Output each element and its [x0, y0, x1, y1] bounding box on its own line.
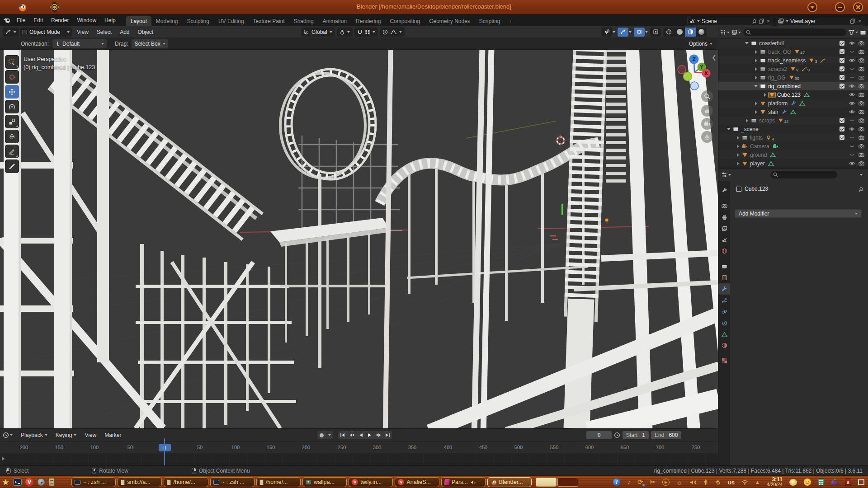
- camera-view-button[interactable]: [701, 118, 713, 130]
- tab-animation[interactable]: Animation: [318, 16, 351, 26]
- add-workspace-button[interactable]: +: [505, 16, 517, 26]
- tab-scene[interactable]: [718, 234, 730, 245]
- tab-modeling[interactable]: Modeling: [151, 16, 183, 26]
- tab-scripting[interactable]: Scripting: [475, 16, 505, 26]
- outliner-row-track-seamless[interactable]: track_seamless 3: [718, 56, 868, 65]
- usb-tray-icon[interactable]: [715, 479, 721, 485]
- clock[interactable]: 3:114/20/24: [767, 477, 783, 487]
- expand-icon[interactable]: [726, 128, 732, 130]
- jump-to-start-button[interactable]: [338, 431, 347, 439]
- tool-move[interactable]: [5, 85, 19, 99]
- playhead-line[interactable]: [164, 438, 165, 466]
- menu-star-icon[interactable]: ★: [2, 477, 9, 488]
- shading-material-button[interactable]: [685, 28, 696, 37]
- show-object-types-toggle[interactable]: [601, 28, 612, 37]
- tab-physics[interactable]: [718, 306, 730, 317]
- prev-keyframe-button[interactable]: [347, 431, 356, 439]
- frame-end-field[interactable]: End600: [651, 431, 681, 439]
- tab-object-data[interactable]: [718, 328, 730, 340]
- outliner-row-camera[interactable]: Camera: [718, 142, 868, 150]
- menu-edit[interactable]: Edit: [29, 14, 47, 26]
- smiley-tray-icon[interactable]: ☺: [804, 479, 811, 486]
- outliner-search-input[interactable]: [743, 28, 847, 37]
- workspace-2[interactable]: [557, 478, 578, 487]
- shade-window-button[interactable]: [807, 2, 817, 12]
- perspective-toggle-button[interactable]: [701, 131, 713, 143]
- tab-uv-editing[interactable]: UV Editing: [214, 16, 249, 26]
- exclude-checkbox[interactable]: [840, 135, 844, 140]
- outliner-row-coasterfull[interactable]: coasterfull: [718, 39, 868, 47]
- expand-icon[interactable]: [735, 145, 741, 148]
- close-window-button[interactable]: [853, 2, 863, 12]
- music-tray-icon[interactable]: ♪: [627, 478, 631, 486]
- timeline-track[interactable]: [0, 453, 718, 466]
- transform-orientation-dropdown[interactable]: Global: [301, 28, 335, 37]
- tab-texture[interactable]: [718, 355, 730, 366]
- next-keyframe-button[interactable]: [374, 431, 383, 439]
- tab-sculpting[interactable]: Sculpting: [183, 16, 214, 26]
- expand-icon[interactable]: [753, 59, 759, 62]
- tab-texture-paint[interactable]: Texture Paint: [249, 16, 289, 26]
- outliner-row-scene[interactable]: _scene: [718, 125, 868, 133]
- menu-view-timeline[interactable]: View: [81, 432, 100, 438]
- exclude-checkbox[interactable]: [840, 118, 844, 123]
- exclude-checkbox[interactable]: [840, 49, 844, 54]
- proportional-editing-dropdown[interactable]: [380, 28, 405, 37]
- show-overlays-toggle[interactable]: [634, 28, 645, 37]
- tab-modifiers[interactable]: [718, 283, 730, 295]
- play-tray-icon[interactable]: ▶: [662, 479, 670, 486]
- tool-select-box[interactable]: [5, 55, 19, 69]
- task-home-1[interactable]: /home/...: [164, 477, 208, 487]
- drag-dropdown[interactable]: Select Box: [132, 39, 168, 48]
- expand-icon[interactable]: [735, 162, 741, 165]
- task-smb[interactable]: smb://a...: [118, 477, 162, 487]
- expand-icon[interactable]: [753, 50, 759, 54]
- play-button[interactable]: [365, 431, 374, 439]
- add-modifier-dropdown[interactable]: Add Modifier: [735, 209, 862, 218]
- task-zsh-2[interactable]: ~ : zsh ...: [210, 477, 255, 487]
- tab-layout[interactable]: Layout: [126, 16, 151, 26]
- outliner-row-platform[interactable]: platform: [718, 99, 868, 108]
- workspace-1-active[interactable]: [536, 478, 557, 487]
- tab-constraints[interactable]: [718, 317, 730, 328]
- timeline-ruler[interactable]: -200 -150 -100 -50 50 100 150 200 250 30…: [0, 441, 718, 453]
- pin-id-icon[interactable]: [858, 186, 863, 192]
- tab-shading[interactable]: Shading: [289, 16, 318, 26]
- tab-material[interactable]: [718, 340, 730, 351]
- outliner-row-rig-og[interactable]: rig_OG 30: [718, 73, 868, 82]
- file-cabinet-launcher-icon[interactable]: [49, 478, 55, 486]
- expand-icon[interactable]: [753, 67, 759, 71]
- blender-app-icon[interactable]: [3, 17, 10, 23]
- timeline-editor-dropdown[interactable]: [3, 432, 13, 438]
- channel-expand-icon[interactable]: [2, 456, 5, 461]
- menu-file[interactable]: File: [13, 14, 29, 26]
- current-frame-field[interactable]: 0: [586, 431, 612, 439]
- keyboard-layout-indicator[interactable]: us: [728, 479, 735, 486]
- info-tray-icon[interactable]: i: [613, 479, 620, 486]
- properties-options-icon[interactable]: [860, 174, 863, 176]
- tab-geometry-nodes[interactable]: Geometry Nodes: [425, 16, 475, 26]
- exclude-checkbox[interactable]: [840, 66, 844, 71]
- xray-toggle[interactable]: [650, 28, 661, 37]
- outliner-row-track-og[interactable]: track_OG 47: [718, 47, 868, 56]
- copy-viewlayer-icon[interactable]: [850, 19, 855, 24]
- wifi-tray-icon[interactable]: [741, 479, 748, 485]
- auto-keyframe-dropdown[interactable]: [326, 431, 333, 439]
- expand-icon[interactable]: [762, 93, 768, 97]
- sync-tray-icon[interactable]: ⟳: [637, 478, 643, 486]
- tab-world[interactable]: [718, 245, 730, 257]
- bluetooth-tray-icon[interactable]: [703, 479, 708, 485]
- dictionary-tray-icon[interactable]: a: [845, 479, 851, 486]
- auto-keyframe-toggle[interactable]: [317, 431, 326, 439]
- menu-view[interactable]: View: [73, 29, 92, 35]
- expand-icon[interactable]: [753, 102, 759, 105]
- outliner-row-rig-combined[interactable]: rig_combined: [718, 82, 868, 90]
- tab-rendering[interactable]: Rendering: [351, 16, 385, 26]
- use-preview-range-icon[interactable]: [614, 432, 620, 438]
- tool-rotate[interactable]: [5, 100, 19, 113]
- menu-render[interactable]: Render: [47, 14, 73, 26]
- tool-cursor[interactable]: [5, 70, 19, 84]
- outliner-display-mode-dropdown[interactable]: [731, 29, 741, 35]
- expand-icon[interactable]: [735, 136, 741, 140]
- outliner-row-lights[interactable]: lights 4: [718, 133, 868, 142]
